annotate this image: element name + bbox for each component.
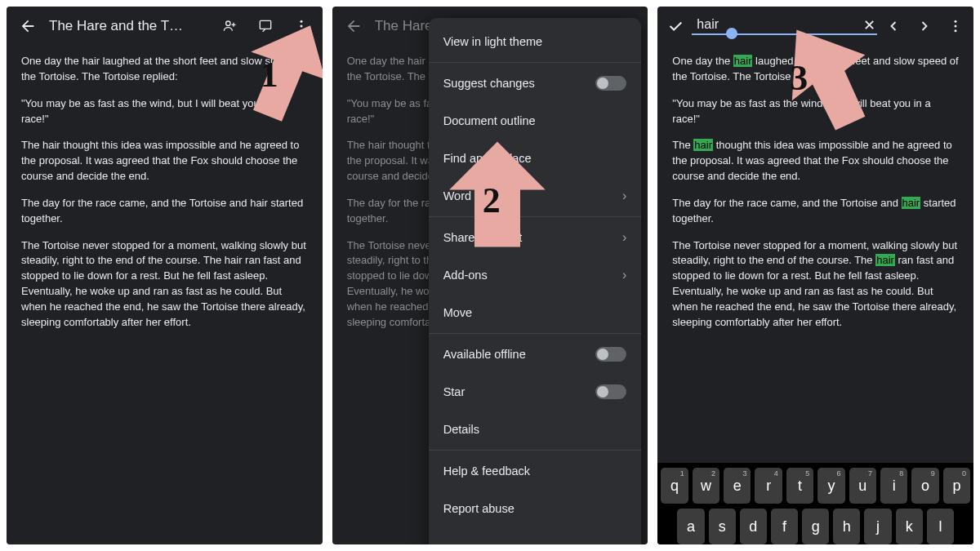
confirm-icon[interactable]	[661, 11, 690, 41]
paragraph: The day for the race came, and the Torto…	[672, 196, 959, 227]
document-title: The Hare and the T…	[49, 18, 208, 34]
chevron-right-icon: ›	[622, 230, 626, 245]
menu-word-count[interactable]: Word count›	[429, 177, 642, 215]
app-bar: The Hare and the T…	[7, 7, 323, 46]
keyboard-key[interactable]: r4	[755, 468, 782, 504]
panel-1: The Hare and the T… One day the hair lau…	[7, 7, 323, 544]
more-icon[interactable]	[941, 11, 970, 41]
keyboard-key[interactable]: q1	[661, 468, 688, 504]
paragraph: The day for the race came, and the Torto…	[21, 196, 308, 227]
menu-divider	[429, 333, 642, 334]
search-field-wrap[interactable]: ✕	[692, 17, 877, 35]
svg-rect-1	[260, 20, 270, 29]
clear-icon[interactable]: ✕	[863, 16, 875, 34]
chevron-right-icon: ›	[622, 189, 626, 203]
paragraph: The hair thought this idea was impossibl…	[21, 138, 308, 184]
menu-add-ons[interactable]: Add-ons›	[429, 256, 642, 294]
menu-divider	[429, 216, 642, 217]
keyboard-key[interactable]: p0	[943, 468, 970, 504]
menu-divider	[429, 62, 642, 63]
keyboard-row: asdfghjkl	[661, 509, 970, 544]
more-icon[interactable]	[287, 11, 316, 41]
paragraph: "You may be as fast as the wind, but I w…	[21, 96, 308, 127]
document-body[interactable]: One day the hair laughed at the short fe…	[657, 46, 973, 463]
overflow-menu: View in light theme Suggest changes Docu…	[429, 18, 642, 544]
menu-available-offline[interactable]: Available offline	[429, 335, 642, 373]
on-screen-keyboard: q1w2e3r4t5y6u7i8o9p0 asdfghjkl	[657, 463, 973, 544]
menu-report-abuse[interactable]: Report abuse	[429, 490, 642, 527]
menu-find-replace[interactable]: Find and replace	[429, 140, 642, 177]
keyboard-key[interactable]: e3	[724, 468, 751, 504]
keyboard-key[interactable]: o9	[911, 468, 938, 504]
menu-details[interactable]: Details	[429, 411, 642, 448]
paragraph: The Tortoise never stopped for a moment,…	[672, 238, 959, 331]
toggle-icon[interactable]	[595, 384, 626, 399]
paragraph: The Tortoise never stopped for a moment,…	[21, 238, 308, 331]
paragraph: One day the hair laughed at the short fe…	[21, 54, 308, 85]
svg-point-5	[955, 20, 957, 23]
keyboard-key[interactable]: l	[927, 509, 954, 544]
text-cursor-handle-icon[interactable]	[726, 28, 737, 39]
search-highlight: hair	[733, 55, 753, 67]
search-input[interactable]	[697, 17, 872, 32]
svg-point-4	[300, 29, 302, 32]
back-icon	[339, 11, 368, 41]
keyboard-key[interactable]: j	[864, 509, 891, 544]
paragraph: "You may be as fast as the wind, but I w…	[672, 96, 959, 127]
menu-suggest-changes[interactable]: Suggest changes	[429, 64, 642, 102]
keyboard-key[interactable]: w2	[693, 468, 719, 504]
keyboard-key[interactable]: s	[709, 509, 736, 544]
keyboard-key[interactable]: a	[677, 509, 704, 544]
menu-document-outline[interactable]: Document outline	[429, 102, 642, 140]
svg-point-3	[300, 25, 302, 28]
find-prev-icon[interactable]	[879, 11, 908, 41]
comment-icon[interactable]	[251, 11, 280, 41]
find-toolbar: ✕	[657, 7, 973, 46]
menu-view-light[interactable]: View in light theme	[429, 23, 642, 60]
paragraph: One day the hair laughed at the short fe…	[672, 54, 959, 85]
keyboard-key[interactable]: y6	[817, 468, 844, 504]
keyboard-key[interactable]: t5	[786, 468, 813, 504]
keyboard-key[interactable]: k	[896, 509, 923, 544]
panel-3: ✕ One day the hair laughed at the short …	[657, 7, 973, 544]
keyboard-key[interactable]: f	[771, 509, 798, 544]
menu-move[interactable]: Move	[429, 294, 642, 331]
keyboard-key[interactable]: i8	[880, 468, 907, 504]
toggle-icon[interactable]	[595, 76, 626, 91]
chevron-right-icon: ›	[622, 268, 626, 282]
keyboard-row: q1w2e3r4t5y6u7i8o9p0	[661, 468, 970, 504]
panel-2: The Hare and the T… One day the hair lau…	[332, 7, 648, 544]
document-body[interactable]: One day the hair laughed at the short fe…	[7, 46, 323, 350]
paragraph: The hair thought this idea was impossibl…	[672, 138, 959, 184]
search-highlight: hair	[693, 139, 713, 151]
toggle-icon[interactable]	[595, 347, 626, 362]
menu-star[interactable]: Star	[429, 373, 642, 411]
search-highlight: hair	[875, 254, 895, 266]
keyboard-key[interactable]: d	[740, 509, 767, 544]
svg-point-6	[955, 25, 957, 28]
share-person-icon[interactable]	[215, 11, 244, 41]
search-highlight: hair	[902, 197, 921, 209]
back-icon[interactable]	[13, 11, 42, 41]
svg-point-2	[300, 20, 302, 23]
find-next-icon[interactable]	[910, 11, 939, 41]
keyboard-key[interactable]: g	[802, 509, 829, 544]
keyboard-key[interactable]: u7	[849, 468, 876, 504]
menu-share-export[interactable]: Share & export›	[429, 219, 642, 256]
menu-help-feedback[interactable]: Help & feedback	[429, 452, 642, 490]
keyboard-key[interactable]: h	[833, 509, 860, 544]
svg-point-7	[955, 29, 957, 32]
menu-divider	[429, 450, 642, 451]
svg-point-0	[225, 21, 229, 25]
